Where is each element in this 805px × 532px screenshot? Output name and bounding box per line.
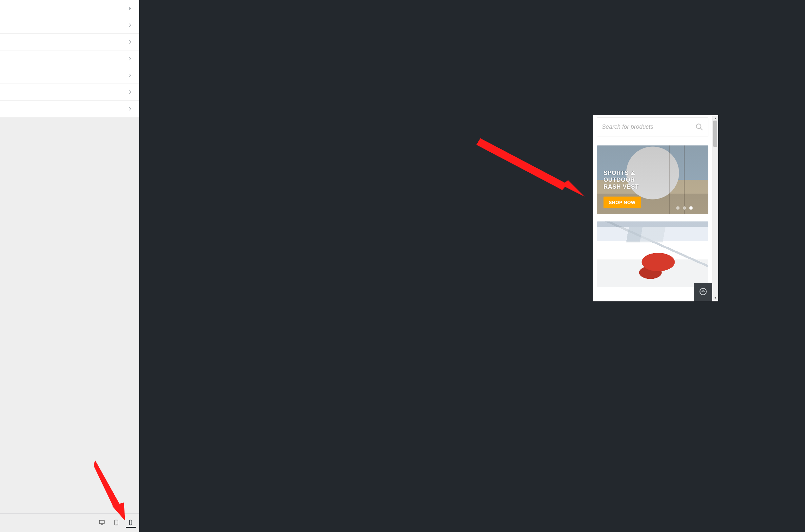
- mobile-preview-frame: SPORTS & OUTDOOR RASH VEST SHOP NOW ▴ ▾: [593, 115, 718, 301]
- scrollbar-thumb[interactable]: [713, 120, 717, 147]
- device-switcher: [0, 513, 139, 532]
- chevron-right-icon: [127, 22, 133, 28]
- slider-dot-3[interactable]: [689, 206, 693, 210]
- slider-dot-2[interactable]: [683, 206, 686, 210]
- hero-title-line2: OUTDOOR: [603, 176, 639, 184]
- shop-now-button[interactable]: SHOP NOW: [603, 196, 641, 208]
- back-to-top-button[interactable]: [694, 283, 712, 301]
- sidebar-item[interactable]: [0, 67, 139, 83]
- mobile-scrollbar[interactable]: ▴ ▾: [712, 116, 718, 300]
- hero-copy: SPORTS & OUTDOOR RASH VEST: [603, 170, 639, 192]
- scrollbar-up-icon[interactable]: ▴: [712, 116, 718, 120]
- sidebar-item[interactable]: [0, 50, 139, 67]
- sidebar-item[interactable]: [0, 17, 139, 33]
- mobile-icon: [128, 519, 134, 526]
- customizer-sidebar: [0, 0, 139, 532]
- slider-dot-1[interactable]: [676, 206, 679, 210]
- chevron-right-icon: [127, 106, 133, 112]
- chevron-right-icon: [127, 72, 133, 78]
- promo-card[interactable]: [597, 222, 708, 287]
- chevron-right-icon: [127, 39, 133, 45]
- sidebar-item[interactable]: [0, 33, 139, 50]
- svg-point-2: [116, 524, 117, 525]
- svg-point-4: [130, 524, 131, 525]
- sidebar-spacer: [0, 117, 139, 513]
- sidebar-item[interactable]: [0, 100, 139, 117]
- device-mobile-button[interactable]: [126, 518, 136, 528]
- chevron-right-icon: [127, 56, 133, 62]
- search-bar[interactable]: [597, 117, 708, 136]
- hero-title-line3: RASH VEST: [603, 184, 639, 190]
- slider-dots: [676, 206, 693, 210]
- svg-point-5: [696, 124, 701, 128]
- customizer-panel-list: [0, 0, 139, 117]
- chevron-right-icon: [127, 5, 133, 12]
- desktop-icon: [99, 519, 105, 526]
- device-desktop-button[interactable]: [97, 518, 107, 528]
- svg-point-7: [700, 288, 706, 295]
- hero-title-line1: SPORTS &: [603, 170, 639, 176]
- mobile-preview-content: SPORTS & OUTDOOR RASH VEST SHOP NOW: [593, 115, 712, 301]
- search-icon[interactable]: [695, 122, 704, 131]
- chevron-up-circle-icon: [699, 287, 707, 297]
- tablet-icon: [113, 519, 120, 526]
- chevron-right-icon: [127, 89, 133, 95]
- search-input[interactable]: [602, 124, 692, 130]
- hero-slider: SPORTS & OUTDOOR RASH VEST SHOP NOW: [597, 146, 708, 214]
- device-tablet-button[interactable]: [111, 518, 121, 528]
- svg-line-6: [701, 128, 702, 130]
- scrollbar-down-icon[interactable]: ▾: [712, 296, 718, 300]
- sidebar-item[interactable]: [0, 83, 139, 100]
- svg-rect-0: [100, 520, 104, 524]
- sidebar-item[interactable]: [0, 0, 139, 17]
